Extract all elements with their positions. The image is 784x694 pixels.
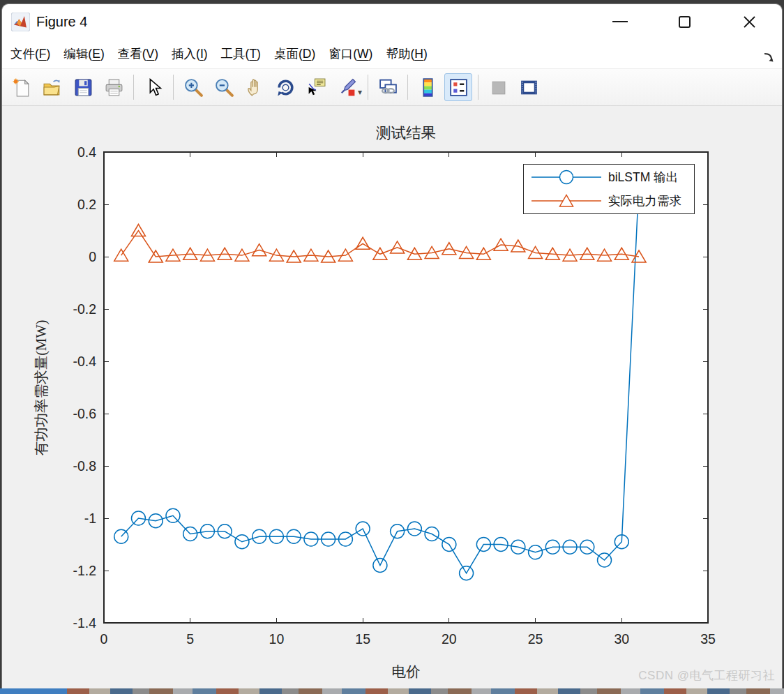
legend-item[interactable]: biLSTM 输出	[524, 166, 694, 188]
maximize-icon	[679, 16, 691, 28]
figure-canvas: 051015202530350.40.20-0.2-0.4-0.6-0.8-1-…	[2, 106, 783, 688]
title-bar[interactable]: Figure 4	[2, 4, 782, 39]
y-tick-label: -0.2	[73, 301, 96, 317]
y-tick-label: 0.4	[77, 144, 96, 160]
menu-item-tools[interactable]: 工具(T)	[220, 43, 262, 64]
menu-item-file[interactable]: 文件(F)	[9, 43, 52, 64]
show-plot-tools-icon	[519, 77, 539, 98]
hide-plot-tools-button	[484, 73, 512, 101]
close-button[interactable]	[717, 4, 782, 39]
zoom-in-button[interactable]	[179, 73, 207, 101]
save-figure-button[interactable]	[69, 73, 97, 101]
dock-figure-icon[interactable]	[762, 51, 775, 67]
y-tick-label: -1	[84, 511, 96, 526]
link-plot-icon	[378, 77, 398, 98]
x-axis-label: 电价	[392, 664, 421, 679]
close-icon	[742, 15, 757, 29]
menu-item-insert[interactable]: 插入(I)	[170, 43, 209, 64]
new-figure-button[interactable]	[8, 73, 36, 101]
x-tick-label: 20	[442, 631, 457, 647]
x-tick-label: 30	[614, 631, 629, 647]
chart-legend[interactable]: biLSTM 输出实际电力需求	[523, 164, 695, 214]
y-tick-label: -0.6	[73, 406, 96, 421]
insert-colorbar-button[interactable]	[414, 73, 442, 101]
brush-dropdown-caret-icon[interactable]: ▾	[358, 87, 362, 97]
zoom-out-button[interactable]	[210, 73, 238, 101]
pan-hand-button[interactable]	[241, 73, 269, 101]
matlab-logo-icon	[11, 13, 30, 31]
minimize-icon	[612, 21, 628, 22]
legend-item[interactable]: 实际电力需求	[524, 190, 694, 212]
open-file-button[interactable]	[38, 73, 66, 101]
edit-plot-pointer-icon	[144, 77, 164, 98]
open-file-icon	[43, 77, 63, 98]
toolbar-separator	[133, 75, 134, 100]
legend-label: 实际电力需求	[608, 193, 681, 209]
edit-plot-pointer-button[interactable]	[140, 73, 167, 101]
y-tick-label: 0.2	[77, 197, 96, 212]
window-title: Figure 4	[36, 14, 87, 30]
menu-bar: 文件(F)编辑(E)查看(V)插入(I)工具(T)桌面(D)窗口(W)帮助(H)	[2, 39, 782, 68]
menu-item-window[interactable]: 窗口(W)	[327, 43, 374, 64]
legend-label: biLSTM 输出	[608, 169, 678, 186]
y-tick-label: -1.2	[73, 563, 96, 578]
link-plot-button[interactable]	[374, 73, 402, 101]
maximize-button[interactable]	[652, 4, 717, 39]
x-tick-label: 15	[355, 631, 370, 647]
x-tick-label: 5	[186, 631, 194, 647]
rotate-3d-icon	[276, 77, 296, 98]
minimize-button[interactable]	[587, 4, 652, 39]
y-axis-label: 有功功率需求量(MW)	[33, 320, 50, 456]
y-tick-label: -0.8	[73, 458, 96, 474]
menu-item-view[interactable]: 查看(V)	[116, 43, 160, 64]
hide-plot-tools-icon	[488, 77, 508, 98]
brush-data-button[interactable]	[333, 73, 361, 101]
toolbar-separator	[407, 75, 408, 100]
toolbar-separator	[478, 75, 478, 100]
data-cursor-icon	[306, 77, 326, 98]
toolbar-separator	[368, 75, 368, 100]
toolbar-separator	[173, 75, 174, 100]
menu-item-desktop[interactable]: 桌面(D)	[273, 43, 317, 64]
background-window-sliver	[0, 688, 784, 694]
show-plot-tools-button[interactable]	[515, 73, 543, 101]
x-tick-label: 0	[100, 631, 108, 647]
y-tick-label: 0	[89, 249, 96, 264]
x-tick-label: 35	[700, 631, 716, 647]
watermark-text: CSDN @电气工程研习社	[638, 667, 775, 684]
chart-title: 测试结果	[376, 125, 436, 142]
insert-colorbar-icon	[418, 77, 438, 98]
pan-hand-icon	[245, 77, 265, 98]
toolbar: ▾	[2, 68, 782, 106]
menu-item-edit[interactable]: 编辑(E)	[62, 43, 105, 64]
data-cursor-button[interactable]	[302, 73, 330, 101]
brush-data-icon	[337, 77, 357, 98]
insert-legend-icon	[448, 77, 469, 98]
rotate-3d-button[interactable]	[271, 73, 299, 101]
save-figure-icon	[73, 77, 93, 98]
figure-window: Figure 4 文件(F)编辑(E)查看(V)插入(I)工具(T)桌面(D)窗…	[1, 3, 783, 688]
legend-circle-marker-icon	[530, 167, 603, 187]
legend-triangle-marker-icon	[530, 191, 603, 211]
print-figure-button[interactable]	[100, 73, 128, 101]
y-tick-label: -1.4	[73, 615, 96, 631]
menu-item-help[interactable]: 帮助(H)	[384, 43, 428, 64]
new-figure-icon	[12, 77, 32, 98]
x-tick-label: 10	[269, 631, 285, 647]
zoom-in-icon	[183, 77, 204, 98]
insert-legend-button[interactable]	[444, 73, 472, 101]
x-tick-label: 25	[528, 631, 543, 647]
zoom-out-icon	[214, 77, 234, 98]
print-figure-icon	[104, 77, 124, 98]
y-tick-label: -0.4	[73, 354, 96, 369]
